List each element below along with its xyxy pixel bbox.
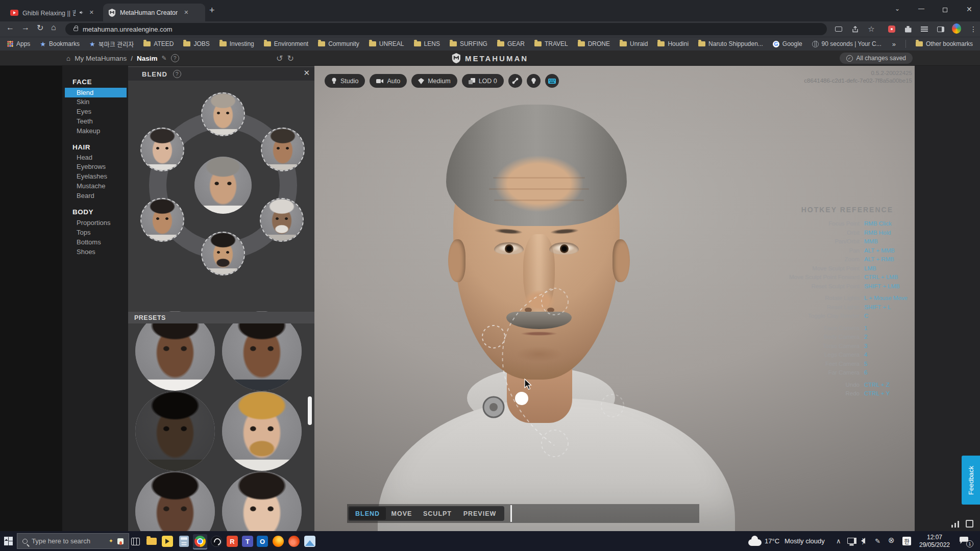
extensions-puzzle-icon[interactable]: [903, 24, 913, 34]
bookmark-card-icon[interactable]: [834, 24, 843, 34]
sidebar-item-makeup[interactable]: Makeup: [77, 127, 100, 135]
hair-visibility-button[interactable]: [527, 74, 541, 88]
new-tab-button[interactable]: +: [209, 5, 215, 16]
browser-menu-icon[interactable]: ⋮: [969, 24, 978, 34]
bookmark-folder[interactable]: Unraid: [620, 40, 648, 47]
blend-source-slot[interactable]: [140, 128, 184, 171]
bookmark-folder[interactable]: LENS: [414, 40, 440, 47]
extension-red-icon[interactable]: [887, 24, 896, 34]
lod-button[interactable]: LOD 0: [462, 74, 504, 88]
help-icon[interactable]: ?: [171, 54, 179, 62]
bookmark-folder[interactable]: ATEED: [143, 40, 174, 47]
bookmark-google[interactable]: GGoogle: [773, 40, 802, 47]
blend-point-dashed[interactable]: [542, 288, 568, 315]
blend-point-dashed[interactable]: [542, 430, 568, 457]
tray-chevron-icon[interactable]: ∧: [836, 537, 841, 545]
sidebar-item-proportions[interactable]: Proportions: [77, 219, 110, 227]
forward-icon[interactable]: →: [21, 23, 30, 32]
rename-pencil-icon[interactable]: ✎: [161, 55, 166, 62]
sidebar-item-skin[interactable]: Skin: [77, 98, 89, 106]
blend-source-slot[interactable]: [260, 198, 304, 242]
bookmark-folder[interactable]: SURFING: [450, 40, 487, 47]
preset-thumbnail[interactable]: [135, 391, 215, 471]
window-minimize-button[interactable]: —: [918, 5, 924, 12]
obs-button[interactable]: [209, 534, 224, 548]
blend-point-dashed[interactable]: [482, 325, 505, 348]
sidebar-item-tops[interactable]: Tops: [77, 229, 90, 236]
firefox-button[interactable]: [271, 534, 285, 548]
back-icon[interactable]: ←: [6, 23, 14, 32]
bookmarks-overflow-chevron[interactable]: »: [892, 40, 896, 48]
sidebar-item-mustache[interactable]: Mustache: [77, 182, 105, 190]
calculator-button[interactable]: [177, 534, 191, 548]
chrome-button[interactable]: [193, 534, 207, 548]
undo-icon[interactable]: ↺: [276, 54, 283, 63]
tab-search-chevron-icon[interactable]: ⌄: [895, 5, 900, 12]
tab-youtube[interactable]: Ghibli Relaxing || 吉卜力钢琴 ✕: [5, 4, 101, 21]
window-maximize-button[interactable]: [943, 7, 947, 14]
lighting-environment-button[interactable]: Studio: [325, 74, 365, 88]
lock-icon[interactable]: [74, 28, 78, 31]
profile-avatar[interactable]: [952, 24, 961, 33]
bookmark-item[interactable]: ★북마크 관리자: [89, 40, 134, 48]
preset-thumbnail[interactable]: [222, 391, 302, 471]
fullscreen-icon[interactable]: [966, 520, 973, 528]
mode-tab-move[interactable]: MOVE: [386, 507, 418, 520]
bookmark-item[interactable]: 90 seconds | Your C...: [812, 40, 881, 47]
bookmark-folder[interactable]: Houdini: [657, 40, 689, 47]
bookmark-folder[interactable]: GEAR: [497, 40, 525, 47]
blend-wheel-center[interactable]: [194, 157, 252, 214]
volume-icon[interactable]: [861, 538, 865, 544]
outlook-button[interactable]: O: [255, 534, 270, 548]
tab-close-icon[interactable]: ✕: [182, 8, 190, 17]
sidebar-item-eyebrows[interactable]: Eyebrows: [77, 163, 106, 170]
taskbar-clock[interactable]: 12:07 29/05/2022: [918, 534, 951, 549]
window-close-button[interactable]: ✕: [966, 5, 972, 13]
weather-icon[interactable]: [748, 539, 762, 546]
stats-icon[interactable]: [951, 521, 960, 528]
home-icon[interactable]: ⌂: [51, 23, 56, 32]
presets-scrollbar[interactable]: [308, 396, 312, 425]
sidebar-item-head[interactable]: Head: [77, 154, 92, 161]
blend-source-slot[interactable]: [261, 128, 305, 171]
file-explorer-button[interactable]: [144, 534, 159, 548]
pen-icon[interactable]: ✎: [875, 537, 880, 545]
taskbar-search[interactable]: Type here to search ✦: [17, 533, 129, 549]
redo-icon[interactable]: ↻: [287, 54, 293, 63]
weather-temp[interactable]: 17°C: [765, 537, 779, 545]
side-panel-icon[interactable]: [936, 24, 945, 34]
sidebar-item-teeth[interactable]: Teeth: [77, 117, 93, 125]
blend-point-dashed[interactable]: [601, 394, 624, 417]
blend-source-slot[interactable]: [201, 92, 245, 136]
breadcrumb-root[interactable]: My MetaHumans: [75, 55, 127, 62]
preset-thumbnail[interactable]: [135, 471, 215, 531]
media-player-button[interactable]: [160, 534, 175, 548]
address-bar[interactable]: metahuman.unrealengine.com: [65, 23, 827, 35]
mode-tab-sculpt[interactable]: SCULPT: [418, 507, 457, 520]
bookmark-folder[interactable]: Investing: [219, 40, 254, 47]
active-blend-point[interactable]: [515, 392, 528, 405]
bookmark-folder[interactable]: TRAVEL: [534, 40, 568, 47]
quality-button[interactable]: Medium: [411, 74, 457, 88]
mode-tab-preview[interactable]: PREVIEW: [457, 507, 502, 520]
help-icon[interactable]: ?: [173, 70, 181, 78]
skeleton-toggle-button[interactable]: [508, 74, 522, 88]
home-icon[interactable]: ⌂: [66, 55, 70, 62]
mode-tab-blend[interactable]: BLEND: [349, 507, 386, 520]
blend-source-slot[interactable]: [140, 198, 184, 242]
bookmark-folder[interactable]: Naruto Shippuden...: [698, 40, 763, 47]
photos-button[interactable]: [303, 534, 317, 548]
bookmark-item[interactable]: ★Bookmarks: [40, 40, 80, 48]
reload-icon[interactable]: ↻: [37, 23, 43, 33]
weather-condition[interactable]: Mostly cloudy: [785, 537, 825, 545]
ime-indicator[interactable]: 한: [902, 537, 911, 545]
bookmark-folder[interactable]: JOBS: [183, 40, 209, 47]
tab-metahuman-creator[interactable]: MetaHuman Creator ✕: [103, 4, 205, 21]
viewport-3d[interactable]: Studio Auto Medium LOD 0 0.5.2-20022425 …: [314, 66, 915, 531]
tab-close-icon[interactable]: ✕: [87, 8, 96, 17]
preset-thumbnail[interactable]: [222, 471, 302, 531]
sidebar-item-beard[interactable]: Beard: [77, 192, 94, 199]
bookmark-folder[interactable]: Community: [318, 40, 359, 47]
other-bookmarks[interactable]: Other bookmarks: [916, 40, 973, 47]
task-view-button[interactable]: [128, 534, 142, 548]
